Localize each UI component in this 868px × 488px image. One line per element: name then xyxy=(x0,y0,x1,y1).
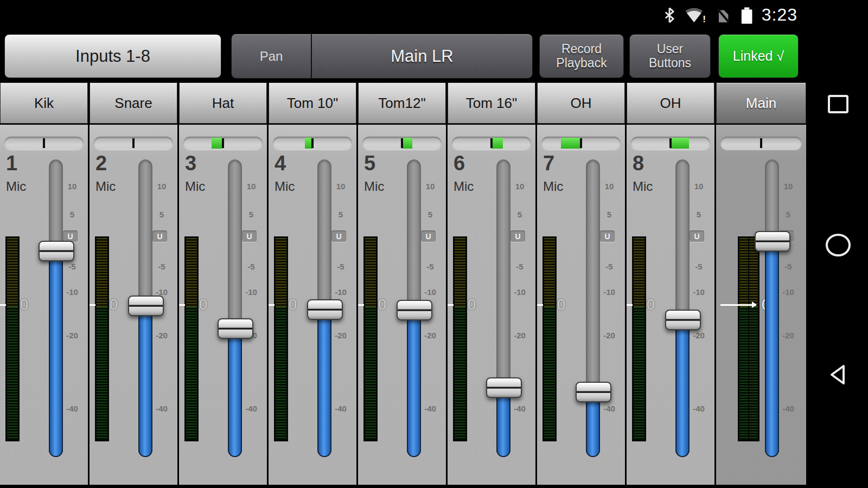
unity-badge: U xyxy=(242,230,257,242)
pan-slider[interactable] xyxy=(452,137,531,150)
channel-strip: Main L/R 0 10 5 U -5 xyxy=(716,82,806,485)
pan-center-tick xyxy=(311,138,314,148)
recents-button-icon[interactable] xyxy=(826,94,850,118)
meter-zero-label: 0 xyxy=(647,297,655,313)
fader-track[interactable] xyxy=(586,159,600,457)
scale-minus5: -5 xyxy=(601,262,617,271)
meter-zero-tick xyxy=(358,304,364,306)
scale-minus10: -10 xyxy=(422,287,438,297)
scale-minus20: -20 xyxy=(64,331,80,340)
channel-select-button[interactable]: Tom12" xyxy=(358,82,446,124)
meter-zero-label: 0 xyxy=(20,297,28,313)
fader-fill xyxy=(138,305,152,457)
scale-5: 5 xyxy=(333,210,349,219)
channel-number: 5 xyxy=(364,152,375,175)
fader-track[interactable] xyxy=(228,159,242,457)
fader-cap[interactable] xyxy=(397,300,432,320)
user-buttons-button[interactable]: UserButtons xyxy=(629,34,711,78)
channel-source-label: Mic xyxy=(454,179,474,194)
unity-badge: U xyxy=(152,230,167,242)
home-button-icon[interactable] xyxy=(824,232,852,261)
channel-select-button[interactable]: OH xyxy=(627,82,714,124)
unity-badge: U xyxy=(600,230,615,242)
pan-center-tick xyxy=(132,138,135,148)
fader-cap[interactable] xyxy=(665,310,701,330)
fader-cap[interactable] xyxy=(128,296,164,316)
scale-minus5: -5 xyxy=(64,262,80,271)
pan-slider[interactable] xyxy=(4,137,84,150)
scale-5: 5 xyxy=(64,210,80,219)
channel-select-button[interactable]: Tom 10" xyxy=(269,82,356,124)
channel-select-button[interactable]: Tom 16" xyxy=(448,82,535,124)
unity-badge: U xyxy=(690,230,704,242)
scale-10: 10 xyxy=(333,182,349,191)
fader-track[interactable] xyxy=(765,159,779,457)
main-lr-button[interactable]: Main LR xyxy=(312,34,532,78)
pan-center-tick xyxy=(401,138,403,148)
channel-strip-body: L/R 0 10 5 U -5 -10 -20 -40 xyxy=(716,125,806,485)
fader-track[interactable] xyxy=(496,159,510,457)
pan-slider[interactable] xyxy=(94,137,173,150)
channel-strip-body: 6 Mic 0 10 5 U -5 -10 -20 -40 xyxy=(448,125,535,485)
pan-button[interactable]: Pan xyxy=(232,34,312,78)
channel-number: 1 xyxy=(6,152,17,175)
battery-full-icon xyxy=(740,6,753,24)
pan-fill xyxy=(671,138,689,149)
channel-name-label: Tom12" xyxy=(378,95,425,112)
scale-minus40: -40 xyxy=(64,404,80,413)
scale-10: 10 xyxy=(601,182,617,191)
inputs-1-8-button[interactable]: Inputs 1-8 xyxy=(4,34,221,78)
pan-slider[interactable] xyxy=(362,137,442,150)
channel-select-button[interactable]: OH xyxy=(537,82,625,124)
scale-minus5: -5 xyxy=(691,262,707,271)
fader-cap[interactable] xyxy=(218,318,253,339)
fader-cap[interactable] xyxy=(307,299,343,320)
scale-5: 5 xyxy=(154,210,170,219)
channel-select-button[interactable]: Hat xyxy=(179,82,267,124)
pan-slider[interactable] xyxy=(183,137,263,150)
pan-fill xyxy=(212,138,223,149)
meter-upper-segments xyxy=(276,238,286,307)
scale-minus20: -20 xyxy=(601,331,617,340)
channel-name-label: OH xyxy=(660,95,681,112)
scale-minus40: -40 xyxy=(422,404,438,413)
scale-minus10: -10 xyxy=(154,287,170,297)
fader-fill xyxy=(228,328,242,457)
pan-center-tick xyxy=(43,138,45,148)
channel-name-label: Main xyxy=(746,95,776,112)
unity-badge: U xyxy=(421,230,436,242)
channel-strip-body: 5 Mic 0 10 5 U -5 -10 -20 -40 xyxy=(358,125,446,485)
scale-minus40: -40 xyxy=(780,404,796,413)
scale-minus40: -40 xyxy=(601,404,617,413)
pan-slider[interactable] xyxy=(631,137,710,150)
pan-slider[interactable] xyxy=(541,137,621,150)
channel-strip: Tom12" 5 Mic 0 10 5 U - xyxy=(358,82,446,485)
back-button-icon[interactable] xyxy=(826,362,850,390)
record-playback-button[interactable]: RecordPlayback xyxy=(539,34,624,78)
channel-number: 4 xyxy=(275,152,286,175)
fader-track[interactable] xyxy=(49,159,63,457)
channel-number: 3 xyxy=(185,152,196,175)
meter-zero-tick xyxy=(627,304,633,306)
scale-minus40: -40 xyxy=(512,404,528,413)
fader-fill xyxy=(317,309,331,457)
channel-source-label: Mic xyxy=(543,179,563,194)
level-meter xyxy=(274,236,288,441)
fader-cap[interactable] xyxy=(39,241,74,261)
fader-track[interactable] xyxy=(675,159,690,457)
pan-slider[interactable] xyxy=(720,137,802,150)
svg-text:!: ! xyxy=(703,14,706,24)
channel-select-button[interactable]: Main xyxy=(716,82,806,124)
channel-strip: OH 7 Mic 0 10 5 U -5 xyxy=(537,82,625,485)
channel-strip-body: 3 Mic 0 10 5 U -5 -10 -20 -40 xyxy=(179,125,267,485)
fader-cap[interactable] xyxy=(576,382,611,402)
fader-cap[interactable] xyxy=(755,231,790,252)
pan-slider[interactable] xyxy=(273,137,352,150)
pan-center-tick xyxy=(222,138,224,148)
fader-cap[interactable] xyxy=(486,377,522,398)
channel-select-button[interactable]: Snare xyxy=(90,82,177,124)
linked-toggle-button[interactable]: Linked √ xyxy=(718,34,799,78)
scale-minus10: -10 xyxy=(333,287,349,297)
channel-select-button[interactable]: Kik xyxy=(0,82,88,124)
scale-5: 5 xyxy=(512,210,528,219)
